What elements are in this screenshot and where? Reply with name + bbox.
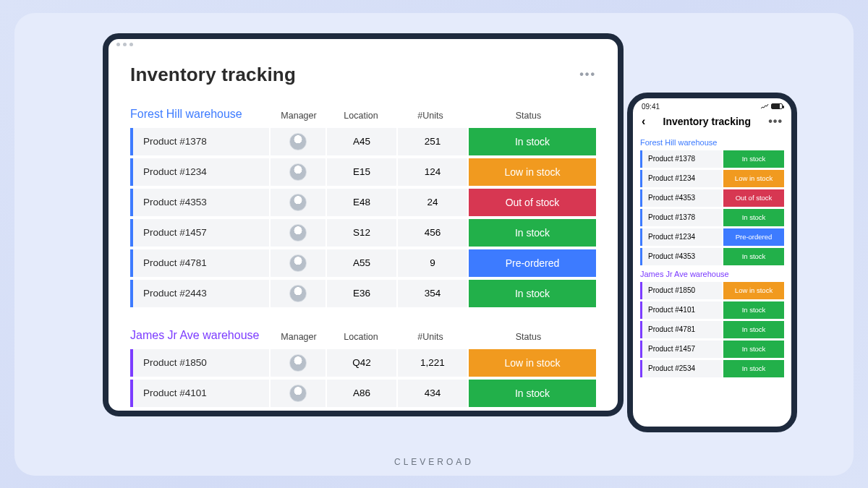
list-item[interactable]: Product #1234 Pre-ordered	[640, 228, 784, 246]
status-badge: In stock	[723, 321, 784, 338]
col-header-status: Status	[465, 332, 596, 342]
table-row[interactable]: Product #1378 A45 251 In stock	[130, 128, 596, 155]
avatar	[289, 224, 307, 241]
units-cell: 1,221	[398, 349, 467, 377]
phone-page-title: Inventory tracking	[663, 116, 751, 127]
product-name: Product #4353	[642, 248, 722, 265]
list-item[interactable]: Product #1850 Low in stock	[640, 282, 784, 299]
status-badge: In stock	[723, 150, 784, 168]
phone-more-button[interactable]: •••	[768, 115, 783, 128]
battery-icon	[760, 103, 783, 109]
table-row[interactable]: Product #2443 E36 354 In stock	[130, 280, 596, 307]
col-header-status: Status	[465, 111, 596, 121]
status-badge: Low in stock	[469, 349, 596, 377]
product-name: Product #1378	[133, 128, 269, 155]
units-cell: 354	[398, 280, 467, 307]
table-row[interactable]: Product #4781 A55 9 Pre-ordered	[130, 249, 596, 277]
status-badge: Out of stock	[723, 189, 784, 207]
page-title: Inventory tracking	[130, 64, 596, 86]
warehouse-name[interactable]: James Jr Ave warehouse	[640, 270, 784, 278]
list-item[interactable]: Product #2534 In stock	[640, 360, 784, 377]
manager-cell	[271, 349, 326, 377]
manager-cell	[271, 280, 326, 307]
status-badge: Low in stock	[469, 158, 596, 186]
location-cell: E36	[327, 280, 396, 307]
table-row[interactable]: Product #1234 E15 124 Low in stock	[130, 158, 596, 186]
list-item[interactable]: Product #1457 In stock	[640, 341, 784, 358]
table-row[interactable]: Product #4101 A86 434 In stock	[130, 380, 596, 407]
avatar	[289, 285, 307, 302]
product-name: Product #1378	[642, 209, 722, 226]
units-cell: 124	[398, 158, 467, 186]
list-item[interactable]: Product #4101 In stock	[640, 301, 784, 319]
avatar	[289, 354, 307, 372]
product-name: Product #4353	[133, 189, 269, 216]
table-row[interactable]: Product #4353 E48 24 Out of stock	[130, 189, 596, 216]
table-row[interactable]: Product #1850 Q42 1,221 Low in stock	[130, 349, 596, 377]
window-controls	[116, 43, 133, 46]
product-name: Product #2443	[133, 280, 269, 307]
status-badge: In stock	[469, 219, 596, 247]
manager-cell	[271, 158, 326, 186]
status-badge: In stock	[469, 128, 596, 155]
warehouse-name[interactable]: James Jr Ave warehouse	[130, 329, 271, 342]
product-name: Product #4101	[133, 380, 269, 407]
units-cell: 434	[398, 380, 467, 407]
phone-device: 09:41 ‹ Inventory tracking ••• Forest Hi…	[627, 93, 797, 432]
status-badge: Out of stock	[469, 189, 596, 216]
col-header-location: Location	[326, 111, 396, 121]
avatar	[289, 133, 307, 150]
location-cell: A45	[327, 128, 396, 155]
status-badge: In stock	[723, 248, 784, 265]
product-name: Product #4781	[642, 321, 722, 338]
col-header-manager: Manager	[271, 332, 326, 342]
list-item[interactable]: Product #4781 In stock	[640, 321, 784, 338]
brand-watermark: CLEVEROAD	[14, 457, 854, 467]
phone-status-bar: 09:41	[633, 98, 791, 112]
avatar	[289, 194, 307, 211]
product-name: Product #1850	[642, 282, 722, 299]
status-badge: Pre-ordered	[723, 228, 784, 246]
phone-time: 09:41	[642, 103, 660, 111]
col-header-units: #Units	[396, 332, 465, 342]
status-badge: Low in stock	[723, 170, 784, 187]
product-name: Product #4353	[642, 189, 722, 207]
list-item[interactable]: Product #4353 Out of stock	[640, 189, 784, 207]
product-name: Product #1457	[133, 219, 269, 247]
status-badge: In stock	[469, 280, 596, 307]
status-badge: Pre-ordered	[469, 249, 596, 277]
status-badge: In stock	[469, 380, 596, 407]
manager-cell	[271, 128, 326, 155]
units-cell: 9	[398, 249, 467, 277]
more-button[interactable]: •••	[579, 68, 596, 81]
units-cell: 456	[398, 219, 467, 247]
product-name: Product #1850	[133, 349, 269, 377]
list-item[interactable]: Product #1234 Low in stock	[640, 170, 784, 187]
status-badge: In stock	[723, 301, 784, 319]
col-header-manager: Manager	[271, 111, 326, 121]
units-cell: 251	[398, 128, 467, 155]
manager-cell	[271, 380, 326, 407]
product-name: Product #1457	[642, 341, 722, 358]
warehouse-name[interactable]: Forest Hill warehouse	[130, 108, 271, 121]
col-header-units: #Units	[396, 111, 465, 121]
status-badge: Low in stock	[723, 282, 784, 299]
back-button[interactable]: ‹	[642, 115, 645, 128]
list-item[interactable]: Product #1378 In stock	[640, 209, 784, 226]
col-header-location: Location	[326, 332, 396, 342]
list-item[interactable]: Product #1378 In stock	[640, 150, 784, 168]
product-name: Product #4781	[133, 249, 269, 277]
manager-cell	[271, 189, 326, 216]
warehouse-name[interactable]: Forest Hill warehouse	[640, 138, 784, 147]
avatar	[289, 254, 307, 272]
location-cell: A86	[327, 380, 396, 407]
product-name: Product #1234	[133, 158, 269, 186]
location-cell: E15	[327, 158, 396, 186]
location-cell: A55	[327, 249, 396, 277]
avatar	[289, 163, 307, 181]
location-cell: E48	[327, 189, 396, 216]
table-row[interactable]: Product #1457 S12 456 In stock	[130, 219, 596, 247]
product-name: Product #1234	[642, 228, 722, 246]
units-cell: 24	[398, 189, 467, 216]
list-item[interactable]: Product #4353 In stock	[640, 248, 784, 265]
